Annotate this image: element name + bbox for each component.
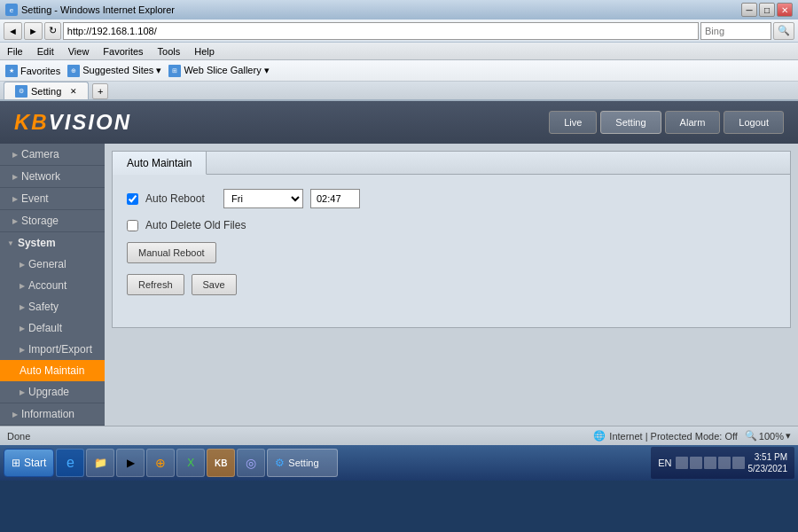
taskbar-kb-button[interactable]: KB [207, 449, 235, 477]
kbvision-header: KBVISION Live Setting Alarm Logout [0, 101, 798, 144]
excel-icon: X [187, 457, 194, 469]
tab-label: Setting [31, 86, 61, 97]
sidebar-item-account[interactable]: ▶ Account [0, 275, 105, 296]
sidebar-section-storage: ▶ Storage [0, 210, 105, 232]
sidebar: ▶ Camera ▶ Network ▶ Event ▶ Stora [0, 144, 105, 426]
sidebar-item-system[interactable]: ▼ System [0, 232, 105, 254]
menu-view[interactable]: View [65, 43, 93, 59]
arrow-icon: ▶ [20, 346, 25, 354]
manual-reboot-button[interactable]: Manual Reboot [127, 242, 216, 263]
sidebar-section-information: ▶ Information [0, 403, 105, 426]
taskbar-ie-button[interactable]: e [56, 449, 84, 477]
page-layout: ▶ Camera ▶ Network ▶ Event ▶ Stora [0, 144, 798, 426]
browser-tab[interactable]: ⚙ Setting ✕ [4, 82, 89, 99]
forward-button[interactable]: ► [24, 22, 43, 40]
menu-edit[interactable]: Edit [34, 43, 58, 59]
active-window-icon: ⚙ [275, 457, 285, 469]
arrow-icon: ▶ [12, 217, 18, 225]
close-button[interactable]: ✕ [777, 3, 793, 17]
new-tab-button[interactable]: + [92, 83, 108, 99]
auto-reboot-checkbox[interactable] [127, 193, 138, 205]
status-bar: Done 🌐 Internet | Protected Mode: Off 🔍 … [0, 426, 798, 445]
search-button[interactable]: 🔍 [773, 22, 794, 40]
start-button[interactable]: ⊞ Start [4, 449, 54, 477]
auto-delete-checkbox[interactable] [127, 220, 138, 231]
save-button[interactable]: Save [192, 274, 237, 295]
taskbar-chrome-button[interactable]: ⊕ [146, 449, 175, 477]
suggested-sites[interactable]: ⊕ Suggested Sites ▾ [67, 65, 161, 77]
arrow-icon: ▶ [12, 173, 18, 181]
minimize-button[interactable]: ─ [741, 3, 757, 17]
menu-file[interactable]: File [4, 43, 27, 59]
arrow-icon: ▶ [20, 303, 25, 311]
auto-reboot-row: Auto Reboot Fri Sun Mon Tue Wed Thu Sat … [127, 189, 776, 208]
auto-reboot-time: 02 : 47 [310, 189, 360, 208]
auto-maintain-tab-label: Auto Maintain [127, 157, 192, 169]
active-window-button[interactable]: ⚙ Setting [267, 449, 338, 477]
suggested-icon: ⊕ [67, 65, 80, 77]
favorites-button[interactable]: ★ Favorites [5, 65, 60, 77]
manual-reboot-row: Manual Reboot [127, 242, 776, 263]
tab-bar: ⚙ Setting ✕ + [0, 82, 798, 101]
form-area: Auto Reboot Fri Sun Mon Tue Wed Thu Sat … [113, 175, 790, 320]
taskbar-left: ⊞ Start e 📁 ▶ ⊕ X KB ◎ ⚙ Setting [4, 449, 338, 477]
sidebar-item-event[interactable]: ▶ Event [0, 188, 105, 209]
menu-help[interactable]: Help [191, 43, 218, 59]
windows-icon: ⊞ [12, 457, 20, 469]
extra-icon: ◎ [246, 456, 256, 470]
sidebar-item-upgrade[interactable]: ▶ Upgrade [0, 381, 105, 403]
sidebar-item-general[interactable]: ▶ General [0, 254, 105, 275]
chevron-down-icon: ▾ [786, 430, 791, 442]
arrow-icon: ▶ [20, 325, 25, 332]
content-box: Auto Maintain Auto Reboot Fri Sun Mon Tu… [112, 151, 791, 328]
battery-icon [718, 457, 731, 469]
logo-vision: VISION [49, 110, 131, 134]
clock-time: 3:51 PM [748, 451, 788, 463]
folder-icon: 📁 [94, 457, 107, 469]
refresh-button[interactable]: Refresh [127, 274, 184, 295]
back-button[interactable]: ◄ [4, 22, 22, 40]
sidebar-item-safety[interactable]: ▶ Safety [0, 296, 105, 317]
tab-close-icon[interactable]: ✕ [70, 87, 77, 96]
arrow-icon: ▶ [12, 195, 18, 203]
auto-reboot-label: Auto Reboot [145, 192, 216, 205]
sidebar-item-information[interactable]: ▶ Information [0, 403, 105, 425]
zoom-text: 100% [759, 431, 784, 442]
clock-date: 5/23/2021 [748, 463, 788, 474]
status-text: Done [7, 431, 30, 442]
search-input[interactable] [700, 22, 771, 40]
reboot-hour: 02 [317, 193, 327, 204]
menu-tools[interactable]: Tools [154, 43, 184, 59]
taskbar-media-button[interactable]: ▶ [116, 449, 145, 477]
sidebar-section-network: ▶ Network [0, 166, 105, 188]
web-slice-gallery[interactable]: ⊞ Web Slice Gallery ▾ [168, 65, 269, 77]
alarm-button[interactable]: Alarm [665, 111, 721, 134]
internet-text: Internet | Protected Mode: Off [609, 431, 738, 442]
sidebar-item-automaintain[interactable]: Auto Maintain [0, 360, 105, 381]
live-button[interactable]: Live [549, 111, 597, 134]
sidebar-item-network[interactable]: ▶ Network [0, 166, 105, 187]
sidebar-item-default[interactable]: ▶ Default [0, 317, 105, 339]
browser-title-bar: e Setting - Windows Internet Explorer ─ … [0, 0, 798, 20]
taskbar-extra-button[interactable]: ◎ [237, 449, 265, 477]
sidebar-item-storage[interactable]: ▶ Storage [0, 210, 105, 231]
address-bar[interactable] [63, 22, 699, 40]
taskbar-excel-button[interactable]: X [176, 449, 205, 477]
sidebar-item-importexport[interactable]: ▶ Import/Export [0, 339, 105, 360]
arrow-icon: ▶ [12, 151, 18, 159]
kbvision-logo: KBVISION [14, 110, 131, 135]
taskbar-folder-button[interactable]: 📁 [86, 449, 114, 477]
sidebar-item-camera[interactable]: ▶ Camera [0, 144, 105, 165]
maximize-button[interactable]: □ [759, 3, 775, 17]
logout-button[interactable]: Logout [724, 111, 784, 134]
menu-favorites[interactable]: Favorites [99, 43, 146, 59]
setting-button[interactable]: Setting [600, 111, 661, 134]
system-clock: 3:51 PM 5/23/2021 [748, 451, 788, 474]
star-icon: ★ [5, 65, 18, 77]
refresh-button[interactable]: ↻ [44, 22, 61, 40]
sidebar-section-camera: ▶ Camera [0, 144, 105, 166]
menu-bar: File Edit View Favorites Tools Help [0, 43, 798, 60]
taskbar: ⊞ Start e 📁 ▶ ⊕ X KB ◎ ⚙ Setting EN [0, 445, 798, 481]
auto-maintain-tab[interactable]: Auto Maintain [113, 152, 207, 175]
auto-reboot-day-select[interactable]: Fri Sun Mon Tue Wed Thu Sat Everyday [223, 189, 303, 208]
